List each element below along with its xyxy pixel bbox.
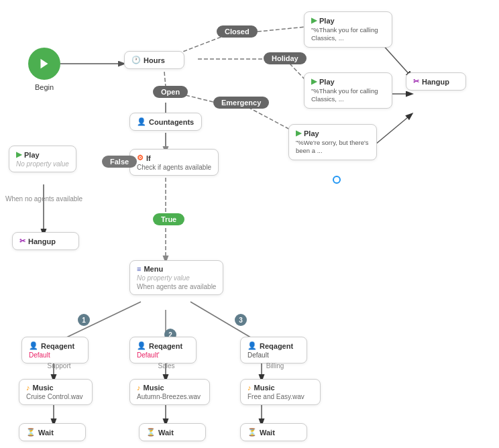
wait2-icon: ⏳ xyxy=(146,428,156,437)
play-emergency-node[interactable]: ▶ Play "%We're sorry, but there's been a… xyxy=(288,124,377,160)
music2-node[interactable]: ♪ Music Autumn-Breezes.wav xyxy=(129,379,210,405)
if-icon: ⚙ xyxy=(137,154,144,162)
billing-label: Billing xyxy=(248,362,302,370)
reqagent2-node[interactable]: 👤 Reqagent Default' xyxy=(129,337,197,363)
wait3-icon: ⏳ xyxy=(247,428,257,437)
support-label: Support xyxy=(32,362,86,370)
badge-1: 1 xyxy=(78,314,90,326)
holiday-pill[interactable]: Holiday xyxy=(264,52,307,64)
play1-node[interactable]: ▶ Play No property value xyxy=(9,146,76,172)
svg-line-11 xyxy=(252,27,306,32)
svg-line-3 xyxy=(164,72,166,87)
music1-icon: ♪ xyxy=(26,384,30,392)
agent-icon: 👤 xyxy=(137,117,146,126)
no-agents-label: When no agents available xyxy=(5,195,86,203)
clock-icon: 🕐 xyxy=(131,56,141,64)
hangup-right-icon: ✂ xyxy=(413,77,419,86)
hangup-right-node[interactable]: ✂ Hangup xyxy=(406,72,466,91)
wait1-node[interactable]: ⏳ Wait xyxy=(19,423,86,441)
emergency-pill[interactable]: Emergency xyxy=(213,97,269,109)
svg-line-16 xyxy=(376,114,412,144)
countagents-node[interactable]: 👤 Countagents xyxy=(129,113,202,131)
play-holiday-icon: ▶ xyxy=(311,77,317,86)
svg-line-13 xyxy=(248,107,292,131)
begin-label: Begin xyxy=(28,83,60,91)
play-icon: ▶ xyxy=(16,150,21,159)
menu-node[interactable]: ≡ Menu No property value When agents are… xyxy=(129,260,223,295)
true-pill[interactable]: True xyxy=(153,213,184,225)
reqagent3-node[interactable]: 👤 Reqagent Default xyxy=(240,337,307,363)
play-holiday-node[interactable]: ▶ Play "%Thank you for calling Classics,… xyxy=(304,72,392,109)
svg-line-17 xyxy=(64,302,141,339)
hours-node[interactable]: 🕐 Hours xyxy=(124,51,184,69)
music3-node[interactable]: ♪ Music Free and Easy.wav xyxy=(240,379,321,405)
play-closed-node[interactable]: ▶ Play "%Thank you for calling Classics,… xyxy=(304,11,392,48)
menu-icon: ≡ xyxy=(137,265,141,273)
reqagent1-node[interactable]: 👤 Reqagent Default xyxy=(21,337,89,363)
open-pill[interactable]: Open xyxy=(153,86,188,98)
music2-icon: ♪ xyxy=(137,384,141,392)
false-pill[interactable]: False xyxy=(102,156,137,168)
begin-node[interactable] xyxy=(28,48,60,80)
closed-pill[interactable]: Closed xyxy=(217,25,258,38)
sales-label: Sales xyxy=(140,362,193,370)
music3-icon: ♪ xyxy=(247,384,252,392)
hangup1-node[interactable]: ✂ Hangup xyxy=(12,232,79,250)
wait2-node[interactable]: ⏳ Wait xyxy=(139,423,206,441)
connector-circle xyxy=(333,176,341,184)
reqagent2-icon: 👤 xyxy=(137,341,146,350)
hangup1-icon: ✂ xyxy=(19,237,25,245)
play-emergency-icon: ▶ xyxy=(296,129,301,137)
reqagent3-icon: 👤 xyxy=(247,341,257,350)
svg-line-4 xyxy=(186,95,216,103)
wait1-icon: ⏳ xyxy=(26,428,36,437)
play-closed-icon: ▶ xyxy=(311,16,317,25)
badge-3: 3 xyxy=(235,314,247,326)
music1-node[interactable]: ♪ Music Cruise Control.wav xyxy=(19,379,93,405)
reqagent1-icon: 👤 xyxy=(29,341,38,350)
svg-line-1 xyxy=(178,37,221,54)
if-node[interactable]: ⚙ If Check if agents available xyxy=(129,149,219,176)
wait3-node[interactable]: ⏳ Wait xyxy=(240,423,307,441)
